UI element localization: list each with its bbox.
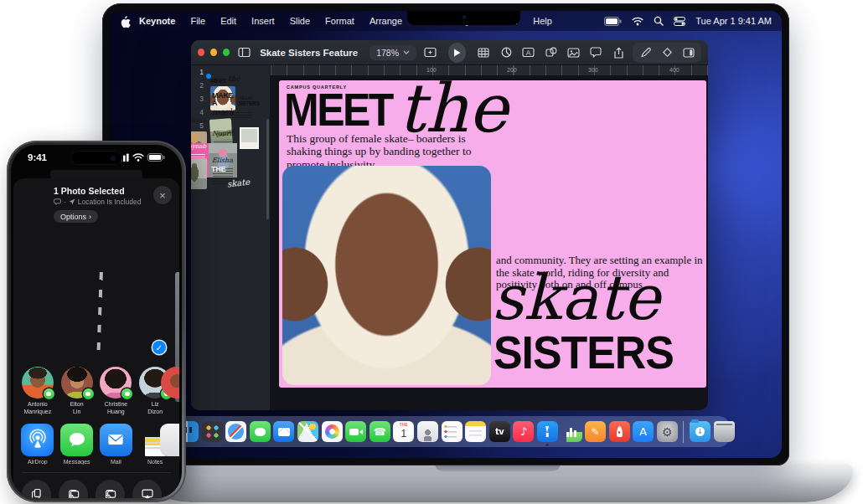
road-center-line xyxy=(96,272,103,360)
slide-outro-script[interactable]: skate xyxy=(492,266,659,328)
dock-system-settings-icon[interactable] xyxy=(657,421,678,442)
dock-music-icon[interactable] xyxy=(513,421,534,442)
menu-item-format[interactable]: Format xyxy=(318,16,362,26)
close-button[interactable]: × xyxy=(153,186,172,204)
dock-tv-icon[interactable] xyxy=(489,421,510,442)
dock-safari-icon[interactable] xyxy=(225,421,246,442)
ruler-mark: 200 xyxy=(507,67,517,73)
dock-calendar-icon[interactable] xyxy=(393,421,414,442)
copy-button[interactable] xyxy=(22,480,51,499)
play-button[interactable] xyxy=(448,43,467,63)
selected-photo-preview[interactable]: ✓ xyxy=(21,230,172,360)
apple-logo-icon[interactable] xyxy=(120,15,131,28)
format-button[interactable] xyxy=(636,44,654,61)
comment-button[interactable] xyxy=(587,44,604,61)
current-slide[interactable]: CAMPUS QUARTERLY MEET the This group of … xyxy=(279,80,706,388)
contact-last-name: Lin xyxy=(73,409,80,414)
selected-check-badge: ✓ xyxy=(152,341,166,354)
dock-phone-icon[interactable] xyxy=(369,421,390,442)
dock-rocket-icon[interactable] xyxy=(609,421,630,442)
messages-badge-icon xyxy=(44,388,54,399)
svg-text:A: A xyxy=(526,49,531,57)
dock-downloads-icon[interactable] xyxy=(690,421,711,442)
view-sidebar-button[interactable] xyxy=(235,44,252,61)
contact-first-name: Liz xyxy=(152,401,159,407)
dock-notes-icon[interactable] xyxy=(465,421,486,442)
contact-christine[interactable]: ChristineHuang xyxy=(99,367,134,416)
dock-numbers-icon[interactable] xyxy=(561,421,582,442)
selected-photo-thumbnail xyxy=(22,186,47,211)
options-button[interactable]: Options › xyxy=(54,210,98,223)
app-label: AirDrop xyxy=(28,459,48,465)
dynamic-island xyxy=(70,151,122,165)
close-window-button[interactable] xyxy=(198,49,204,56)
minimize-window-button[interactable] xyxy=(210,49,217,56)
app-label: Mail xyxy=(111,459,121,465)
dock-contacts-icon[interactable] xyxy=(417,421,438,442)
camera-dot xyxy=(462,15,466,19)
wifi-icon[interactable] xyxy=(632,17,643,26)
keynote-window: Skate Sisters Feature 178% xyxy=(191,40,708,410)
dock-pages-icon[interactable] xyxy=(585,421,606,442)
navigator-scrollbar[interactable] xyxy=(266,119,269,219)
share-app-messages[interactable]: Messages xyxy=(59,424,95,465)
slide-portrait-photo[interactable] xyxy=(282,166,491,385)
slide-thumbnail-4[interactable]: Noura Zaynab Elisha xyxy=(206,114,211,119)
slide-thumbnail-1[interactable]: MEET the skate SISTERS xyxy=(206,74,211,79)
ruler-mark: 300 xyxy=(588,67,598,73)
airplay-button[interactable] xyxy=(132,480,162,499)
macbook: Keynote File Edit Insert Slide Format Ar… xyxy=(102,3,789,465)
table-button[interactable] xyxy=(475,44,492,61)
app-label: Notes xyxy=(147,459,163,465)
battery-icon[interactable] xyxy=(604,17,622,26)
contact-elton[interactable]: EltonLin xyxy=(59,367,95,416)
dock-app-store-icon[interactable] xyxy=(633,421,654,442)
dock-mail-icon[interactable] xyxy=(273,421,294,442)
menu-item-keynote[interactable]: Keynote xyxy=(131,16,183,26)
dock-launchpad-icon[interactable] xyxy=(202,421,223,442)
menu-item-help[interactable]: Help xyxy=(525,16,560,26)
share-app-airdrop[interactable]: AirDrop xyxy=(20,424,55,465)
menu-item-edit[interactable]: Edit xyxy=(213,16,244,26)
add-to-shared-album-button[interactable] xyxy=(96,480,125,499)
zoom-window-button[interactable] xyxy=(223,49,230,56)
add-to-album-button[interactable] xyxy=(59,480,88,499)
iphone-screen: 9:41 1 Photo Selected · xyxy=(11,145,182,498)
media-button[interactable] xyxy=(566,44,582,61)
menu-item-file[interactable]: File xyxy=(183,16,213,26)
text-button[interactable]: A xyxy=(520,44,537,61)
dock-photos-icon[interactable] xyxy=(322,421,343,442)
share-sheet-title: 1 Photo Selected xyxy=(54,186,141,196)
app-partial[interactable] xyxy=(160,424,179,456)
chart-button[interactable] xyxy=(498,44,514,61)
avatar xyxy=(61,367,93,399)
contact-antonio[interactable]: AntonioManriquez xyxy=(20,367,55,416)
control-center-icon[interactable] xyxy=(674,17,685,26)
zoom-level-dropdown[interactable]: 178% xyxy=(369,45,416,60)
dock-reminders-icon[interactable] xyxy=(442,421,463,442)
slide-headline-main[interactable]: MEET xyxy=(284,89,392,131)
document-button[interactable] xyxy=(680,44,698,61)
add-slide-button[interactable] xyxy=(422,44,439,61)
share-sheet: 1 Photo Selected · Location Is Included … xyxy=(13,178,179,498)
mail-icon xyxy=(100,424,132,456)
animate-button[interactable] xyxy=(658,44,676,61)
menu-bar-clock[interactable]: Tue Apr 1 9:41 AM xyxy=(695,16,772,26)
menu-item-insert[interactable]: Insert xyxy=(244,16,282,26)
search-icon[interactable] xyxy=(654,16,664,26)
dock-messages-icon[interactable] xyxy=(250,421,271,442)
share-app-mail[interactable]: Mail xyxy=(99,424,134,465)
dock-trash-icon[interactable] xyxy=(714,421,735,442)
battery-icon xyxy=(147,153,165,162)
front-camera-dot xyxy=(111,156,116,161)
share-button[interactable] xyxy=(610,44,627,61)
menu-item-slide[interactable]: Slide xyxy=(282,16,318,26)
location-arrow-icon xyxy=(69,198,75,205)
share-contacts-row: AntonioManriquez EltonLin ChristineHuang xyxy=(13,360,179,416)
dock-keynote-icon[interactable] xyxy=(537,421,558,442)
dock-maps-icon[interactable] xyxy=(297,421,318,442)
slide-outro-main[interactable]: SISTERS xyxy=(494,330,674,376)
shape-button[interactable] xyxy=(543,44,560,61)
dock-facetime-icon[interactable] xyxy=(345,421,366,442)
menu-item-arrange[interactable]: Arrange xyxy=(362,16,410,26)
